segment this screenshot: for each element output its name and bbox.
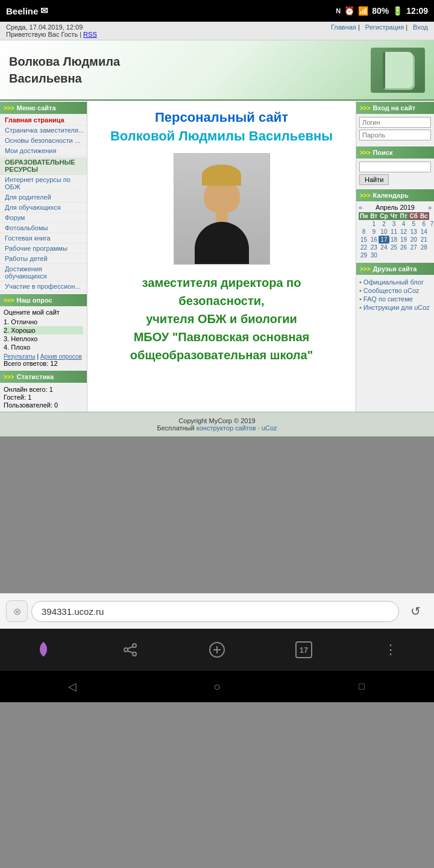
menu-item-home[interactable]: Главная страница bbox=[0, 115, 87, 125]
cal-day-30[interactable]: 30 bbox=[369, 251, 379, 259]
more-button[interactable]: ⋮ bbox=[373, 635, 409, 665]
cal-day-4[interactable]: 4 bbox=[399, 220, 409, 228]
rss-link[interactable]: RSS bbox=[83, 31, 97, 38]
cal-day-24[interactable]: 24 bbox=[379, 244, 389, 251]
menu-item-achievements-link[interactable]: Мои достижения bbox=[5, 147, 84, 154]
cal-day-6[interactable]: 6 bbox=[419, 220, 429, 228]
poll-option-3[interactable]: 3. Неплохо bbox=[4, 335, 83, 343]
search-input[interactable] bbox=[359, 162, 431, 172]
cal-day-28[interactable]: 28 bbox=[419, 244, 429, 251]
cal-day-5[interactable]: 5 bbox=[409, 220, 419, 228]
friend-link-3[interactable]: FAQ по системе bbox=[363, 295, 413, 303]
cal-day-29[interactable]: 29 bbox=[359, 251, 369, 259]
menu-item-student-achievements-link[interactable]: Достижения обучающихся bbox=[5, 265, 84, 280]
poll-option-1[interactable]: 1. Отлично bbox=[4, 318, 83, 326]
cal-day-11[interactable]: 11 bbox=[389, 228, 399, 236]
profile-photo bbox=[174, 153, 270, 265]
menu-item-students[interactable]: Для обучающихся bbox=[0, 203, 87, 213]
register-link[interactable]: Регистрация bbox=[365, 24, 404, 31]
menu-item-guestbook-link[interactable]: Гостевая книга bbox=[5, 234, 84, 242]
menu-item-obzh[interactable]: Интернет ресурсы по ОБЖ bbox=[0, 175, 87, 192]
menu-item-forum[interactable]: Форум bbox=[0, 213, 87, 223]
menu-item-programs-link[interactable]: Рабочие программы bbox=[5, 245, 84, 252]
address-display[interactable]: 394331.ucoz.ru bbox=[31, 601, 399, 622]
cal-day-17-today[interactable]: 17 bbox=[379, 236, 389, 244]
cal-day-10[interactable]: 10 bbox=[379, 228, 389, 236]
cal-day-26[interactable]: 26 bbox=[399, 244, 409, 251]
cal-day-20[interactable]: 20 bbox=[409, 236, 419, 244]
cal-day-15[interactable]: 15 bbox=[359, 236, 369, 244]
friend-item-4[interactable]: Инструкции для uCoz bbox=[359, 303, 431, 312]
menu-item-parents-link[interactable]: Для родителей bbox=[5, 193, 84, 201]
cal-day-7[interactable]: 7 bbox=[429, 220, 434, 228]
cal-day-19[interactable]: 19 bbox=[399, 236, 409, 244]
cal-day-25[interactable]: 25 bbox=[389, 244, 399, 251]
menu-item-deputy-link[interactable]: Страничка заместителя... bbox=[5, 127, 84, 134]
login-username-input[interactable] bbox=[359, 117, 431, 128]
cal-day-2[interactable]: 2 bbox=[379, 220, 389, 228]
poll-option-2[interactable]: 2. Хорошо bbox=[4, 326, 83, 335]
cal-day-22[interactable]: 22 bbox=[359, 244, 369, 251]
cal-day-21[interactable]: 21 bbox=[419, 236, 429, 244]
friend-item-2[interactable]: Сообщество uCoz bbox=[359, 286, 431, 295]
friend-link-1[interactable]: Официальный блог bbox=[363, 278, 424, 286]
menu-arrows-icon: >>> bbox=[4, 105, 14, 112]
poll-archive-link[interactable]: Архив опросов bbox=[40, 353, 82, 360]
calendar-nav: « Апрель 2019 » bbox=[359, 204, 432, 211]
menu-item-safety[interactable]: Основы безопасности ... bbox=[0, 136, 87, 146]
menu-item-achievements[interactable]: Мои достижения bbox=[0, 146, 87, 156]
share-nav-button[interactable] bbox=[112, 635, 148, 665]
menu-item-photos-link[interactable]: Фотоальбомы bbox=[5, 224, 84, 231]
search-arrows-icon: >>> bbox=[360, 149, 371, 156]
friend-item-1[interactable]: Официальный блог bbox=[359, 278, 431, 286]
footer-constructor-link[interactable]: конструктор сайтов bbox=[197, 424, 256, 432]
calendar-next-button[interactable]: » bbox=[428, 204, 432, 211]
search-button[interactable]: Найти bbox=[359, 174, 389, 185]
cal-day-8[interactable]: 8 bbox=[359, 228, 369, 236]
cal-day-12[interactable]: 12 bbox=[399, 228, 409, 236]
menu-item-programs[interactable]: Рабочие программы bbox=[0, 244, 87, 254]
calendar-prev-button[interactable]: « bbox=[359, 204, 362, 211]
cal-day-9[interactable]: 9 bbox=[369, 228, 379, 236]
menu-item-guestbook[interactable]: Гостевая книга bbox=[0, 233, 87, 244]
back-button[interactable]: ◁ bbox=[54, 676, 90, 697]
svg-point-2 bbox=[133, 652, 136, 656]
menu-item-works[interactable]: Работы детей bbox=[0, 254, 87, 264]
cal-day-16[interactable]: 16 bbox=[369, 236, 379, 244]
menu-item-participation-link[interactable]: Участие в профессион... bbox=[5, 283, 84, 290]
home-link[interactable]: Главная bbox=[331, 24, 356, 31]
footer-ucoz-link[interactable]: uCoz bbox=[262, 424, 277, 432]
friend-item-3[interactable]: FAQ по системе bbox=[359, 295, 431, 303]
menu-item-deputy[interactable]: Страничка заместителя... bbox=[0, 125, 87, 136]
poll-option-4[interactable]: 4. Плохо bbox=[4, 343, 83, 351]
cal-day-23[interactable]: 23 bbox=[369, 244, 379, 251]
cal-day-3[interactable]: 3 bbox=[389, 220, 399, 228]
cal-day-18[interactable]: 18 bbox=[389, 236, 399, 244]
cal-day-27[interactable]: 27 bbox=[409, 244, 419, 251]
login-link[interactable]: Вход bbox=[413, 24, 428, 31]
sidebar-right: >>> Вход на сайт >>> Поиск Найти >>> Кал… bbox=[356, 101, 434, 412]
cal-day-13[interactable]: 13 bbox=[409, 228, 419, 236]
menu-item-photos[interactable]: Фотоальбомы bbox=[0, 223, 87, 233]
menu-item-forum-link[interactable]: Форум bbox=[5, 214, 84, 221]
tabs-button[interactable]: 17 bbox=[286, 635, 322, 665]
recent-apps-button[interactable]: □ bbox=[344, 676, 380, 697]
cal-day-1[interactable]: 1 bbox=[369, 220, 379, 228]
menu-item-students-link[interactable]: Для обучающихся bbox=[5, 204, 84, 211]
cal-day-14[interactable]: 14 bbox=[419, 228, 429, 236]
add-tab-button[interactable] bbox=[199, 635, 235, 665]
reload-button[interactable]: ↺ bbox=[403, 599, 428, 624]
home-button[interactable]: ○ bbox=[199, 676, 235, 697]
menu-item-obzh-link[interactable]: Интернет ресурсы по ОБЖ bbox=[5, 176, 84, 190]
friend-link-4[interactable]: Инструкции для uCoz bbox=[363, 304, 430, 311]
friend-link-2[interactable]: Сообщество uCoz bbox=[363, 287, 420, 294]
menu-item-parents[interactable]: Для родителей bbox=[0, 192, 87, 203]
menu-item-student-achievements[interactable]: Достижения обучающихся bbox=[0, 264, 87, 281]
menu-item-home-link[interactable]: Главная страница bbox=[5, 116, 84, 124]
menu-item-safety-link[interactable]: Основы безопасности ... bbox=[5, 137, 84, 144]
login-password-input[interactable] bbox=[359, 130, 431, 140]
menu-item-works-link[interactable]: Работы детей bbox=[5, 255, 84, 262]
menu-item-participation[interactable]: Участие в профессион... bbox=[0, 281, 87, 292]
home-nav-button[interactable] bbox=[25, 635, 61, 665]
poll-results-link[interactable]: Результаты bbox=[4, 353, 36, 360]
